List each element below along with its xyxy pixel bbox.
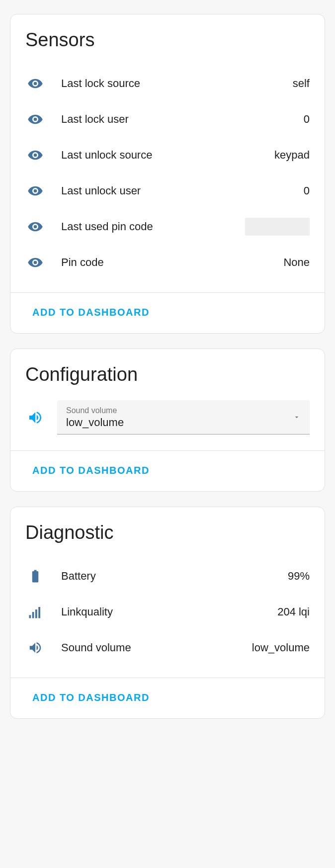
sensor-value: self <box>293 77 310 90</box>
sensors-card: Sensors Last lock source self Last lock … <box>10 14 325 334</box>
volume-icon <box>25 410 45 426</box>
eye-icon <box>25 219 45 235</box>
sensor-value: 0 <box>304 184 310 197</box>
eye-icon <box>25 147 45 163</box>
diagnostic-label: Linkquality <box>61 606 261 618</box>
add-to-dashboard-button[interactable]: ADD TO DASHBOARD <box>25 688 157 707</box>
sensor-row[interactable]: Last used pin code <box>25 209 310 245</box>
eye-icon <box>25 111 45 127</box>
diagnostic-row[interactable]: Linkquality 204 lqi <box>25 594 310 630</box>
diagnostic-card: Diagnostic Battery 99% Linkquality 204 l… <box>10 507 325 719</box>
sensor-value: 0 <box>304 113 310 126</box>
add-to-dashboard-button[interactable]: ADD TO DASHBOARD <box>25 303 157 322</box>
chevron-down-icon <box>293 413 301 421</box>
volume-icon <box>25 640 45 655</box>
eye-icon <box>25 183 45 199</box>
sensor-value: keypad <box>274 149 310 162</box>
sensor-label: Last lock source <box>61 77 277 90</box>
select-label: Sound volume <box>66 406 301 415</box>
eye-icon <box>25 76 45 91</box>
sensor-label: Last lock user <box>61 113 288 126</box>
sensor-label: Pin code <box>61 256 267 269</box>
configuration-card: Configuration Sound volume low_volume AD… <box>10 348 325 492</box>
select-value: low_volume <box>66 416 124 429</box>
diagnostic-title: Diagnostic <box>25 522 310 543</box>
sensor-row[interactable]: Last unlock user 0 <box>25 173 310 209</box>
diagnostic-label: Sound volume <box>61 641 236 654</box>
sound-volume-select[interactable]: Sound volume low_volume <box>57 400 310 434</box>
sensor-label: Last unlock user <box>61 184 288 197</box>
diagnostic-value: 204 lqi <box>277 606 310 618</box>
configuration-title: Configuration <box>25 364 310 385</box>
sensor-value-redacted <box>245 218 310 236</box>
sensor-label: Last used pin code <box>61 220 229 233</box>
sensor-label: Last unlock source <box>61 149 258 162</box>
diagnostic-row[interactable]: Battery 99% <box>25 558 310 594</box>
sensor-row[interactable]: Pin code None <box>25 245 310 280</box>
diagnostic-label: Battery <box>61 570 272 583</box>
diagnostic-row[interactable]: Sound volume low_volume <box>25 630 310 666</box>
signal-icon <box>25 605 45 619</box>
sensors-title: Sensors <box>25 29 310 51</box>
sensor-row[interactable]: Last unlock source keypad <box>25 137 310 173</box>
sensor-row[interactable]: Last lock source self <box>25 66 310 101</box>
sensor-value: None <box>283 256 310 269</box>
sensor-row[interactable]: Last lock user 0 <box>25 101 310 137</box>
diagnostic-value: low_volume <box>252 641 310 654</box>
diagnostic-value: 99% <box>288 570 310 583</box>
eye-icon <box>25 255 45 270</box>
add-to-dashboard-button[interactable]: ADD TO DASHBOARD <box>25 461 157 480</box>
battery-icon <box>25 569 45 584</box>
